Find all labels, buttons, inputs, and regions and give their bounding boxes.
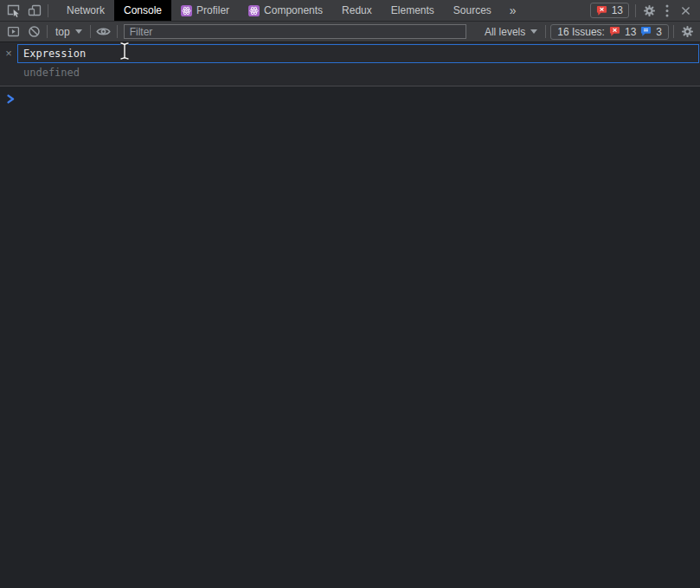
chevron-down-icon [530,29,537,34]
toolbar-separator [117,25,118,38]
settings-gear-icon [643,4,656,17]
tab-redux[interactable]: Redux [332,0,382,21]
tab-profiler[interactable]: Profiler [171,0,239,21]
inspect-element-button[interactable] [3,1,24,20]
toolbar-separator [673,25,674,38]
live-expression-input[interactable]: Expression [17,44,699,63]
inspect-icon [7,3,21,17]
console-prompt[interactable] [0,86,700,110]
tab-label: Components [264,4,323,16]
tab-label: Network [67,4,105,16]
error-flag-icon [596,5,607,16]
tab-components[interactable]: Components [239,0,332,21]
device-toolbar-icon [28,3,42,17]
settings-gear-icon [681,25,694,38]
error-flag-icon [609,26,620,37]
toolbar-separator [90,25,91,38]
eye-icon [96,24,111,39]
tab-label: Redux [342,4,372,16]
tab-sources[interactable]: Sources [444,0,501,21]
live-expression-result: undefined [23,63,699,86]
console-sidebar-toggle-button[interactable] [3,22,23,42]
console-toolbar: top All levels 16 Issues: 13 [0,22,700,42]
log-levels-value: All levels [485,26,525,38]
kebab-menu-icon [665,4,669,17]
live-expression-close-button[interactable]: × [0,45,17,62]
create-live-expression-button[interactable] [93,22,114,42]
issues-label: 16 Issues: [557,26,605,38]
devtools-window: Network Console Profiler [0,0,700,588]
devtools-menu-button[interactable] [659,1,675,20]
main-toolbar: Network Console Profiler [0,0,700,22]
toolbar-separator [48,4,48,17]
device-toolbar-button[interactable] [24,1,45,20]
context-selector-value: top [55,26,70,38]
live-expression-row: × Expression undefined [0,42,700,86]
close-x-icon: × [5,47,12,60]
more-tabs-button[interactable]: » [501,0,525,21]
live-expression-editor-row: × Expression [0,44,699,63]
chevron-double-right-icon: » [510,3,517,17]
filter-input[interactable] [124,24,466,39]
toolbar-separator [47,25,48,38]
clear-console-button[interactable] [23,22,44,42]
error-badge-count: 13 [612,4,623,16]
tab-elements[interactable]: Elements [382,0,444,21]
close-devtools-button[interactable] [675,1,696,20]
console-messages-area: × Expression undefined [0,42,700,588]
live-expression-text: Expression [23,48,86,60]
toolbar-separator [635,4,636,17]
panel-tabs: Network Console Profiler [57,0,525,21]
tab-label: Elements [391,4,434,16]
close-icon [680,5,691,16]
main-toolbar-right: 13 [590,1,700,20]
issues-button[interactable]: 16 Issues: 13 3 [550,24,669,40]
chevron-down-icon [75,29,82,34]
context-selector[interactable]: top [50,26,87,38]
tab-label: Profiler [196,4,229,16]
devtools-settings-button[interactable] [639,1,659,20]
issues-warning-count: 3 [656,26,662,38]
tab-label: Sources [453,4,491,16]
warning-flag-icon [640,26,652,37]
tab-network[interactable]: Network [57,0,114,21]
tab-label: Console [124,4,162,16]
log-levels-selector[interactable]: All levels [479,26,543,38]
prompt-chevron-icon [7,94,15,104]
react-icon [248,5,260,16]
console-error-badge[interactable]: 13 [590,3,629,18]
console-empty-area[interactable] [0,110,700,588]
tab-console[interactable]: Console [114,0,171,21]
clear-console-icon [28,25,41,38]
issues-error-count: 13 [625,26,636,38]
react-icon [181,5,192,16]
toolbar-separator [545,25,546,38]
console-settings-button[interactable] [677,22,697,42]
sidebar-toggle-icon [7,25,20,38]
